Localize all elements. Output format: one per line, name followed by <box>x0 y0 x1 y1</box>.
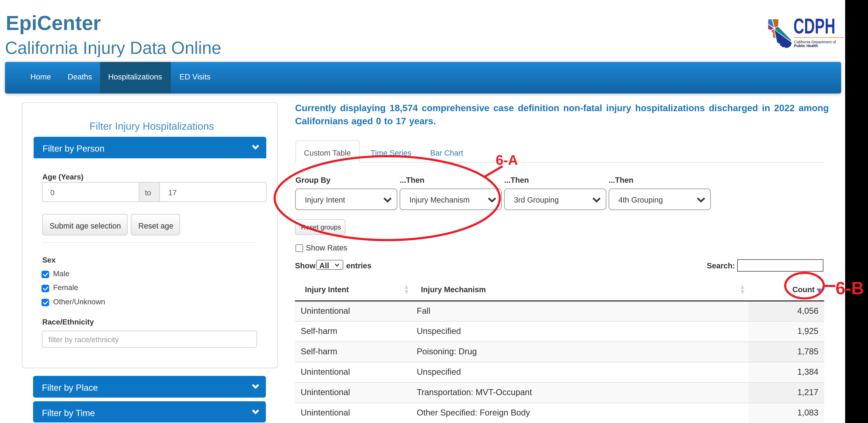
svg-text:6-B: 6-B <box>836 278 864 298</box>
svg-text:6-A: 6-A <box>496 152 518 168</box>
